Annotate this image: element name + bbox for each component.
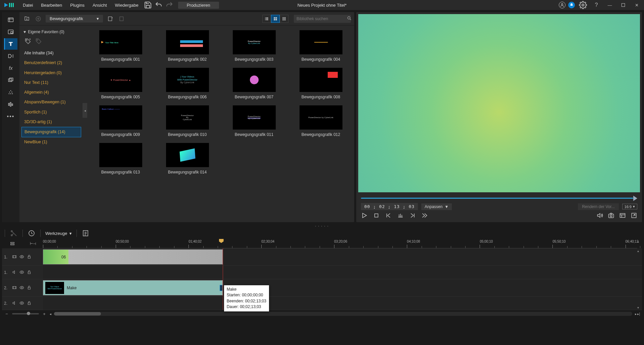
favorites-row[interactable]: ♥ Eigene Favoriten (0) — [21, 28, 81, 36]
tools-dropdown[interactable]: Werkzeuge ▾ — [45, 231, 72, 236]
split-clip-icon[interactable] — [10, 229, 18, 237]
category-item[interactable]: Alle Inhalte (34) — [21, 48, 81, 58]
minimize-icon[interactable]: — — [606, 1, 614, 9]
timeline-hscroll[interactable] — [54, 312, 632, 316]
clip-title-1[interactable]: Your VideosWith PowerDirector Make — [43, 280, 223, 295]
aspect-ratio-dropdown[interactable]: 16:9▾ — [622, 204, 637, 209]
thumbnail-item[interactable]: PowerDirectorBy CyberLinkBewegungsgrafik… — [223, 30, 285, 62]
scroll-right[interactable]: ▸ — [635, 312, 637, 316]
thumbnail-item[interactable]: Bewegungsgrafik 007 — [223, 68, 285, 99]
import-icon[interactable] — [23, 15, 31, 23]
thumbnail-item[interactable]: Bewegungsgrafik 002 — [157, 30, 218, 62]
room-overlay[interactable] — [4, 75, 17, 86]
thumbnail-item[interactable]: PowerDirectorByCyberLinkBewegungsgrafik … — [157, 105, 218, 137]
account-icon[interactable] — [559, 2, 566, 8]
category-item[interactable]: Abspann/Bewegen (1) — [21, 97, 81, 107]
thumbnail-item[interactable]: Bewegungsgrafik 001 — [90, 30, 151, 62]
thumbnail-item[interactable]: PowerDirector by CyberLinkBewegungsgrafi… — [290, 105, 352, 137]
next-frame-button[interactable] — [409, 212, 416, 219]
lock-icon[interactable] — [27, 254, 32, 260]
menu-playback[interactable]: Wiedergabe — [111, 3, 143, 8]
room-title[interactable] — [4, 38, 17, 50]
snapshot-icon[interactable] — [608, 212, 614, 219]
new-template-icon[interactable] — [106, 15, 114, 23]
add-tag-icon[interactable] — [24, 38, 32, 45]
category-item[interactable]: Sportlich (1) — [21, 107, 81, 117]
undock-icon[interactable] — [631, 212, 637, 219]
visibility-icon[interactable] — [19, 285, 25, 291]
remove-tag-icon[interactable] — [35, 38, 42, 45]
room-media[interactable] — [4, 14, 17, 26]
mark-button[interactable] — [397, 212, 404, 219]
scroll-end[interactable]: ▸| — [637, 312, 640, 316]
thumbnail-item[interactable]: Bewegungsgrafik 013 — [90, 143, 151, 175]
thumbnail-item[interactable]: Bewegungsgrafik 014 — [157, 143, 218, 175]
category-item[interactable]: Allgemein (4) — [21, 88, 81, 97]
lock-icon[interactable] — [27, 301, 32, 306]
menu-plugins[interactable]: Plugins — [66, 3, 89, 8]
zoom-fit-dropdown[interactable]: Anpassen▼ — [421, 203, 452, 210]
track-scroll-up[interactable]: ▴ — [637, 249, 641, 253]
notification-icon[interactable] — [568, 2, 575, 8]
lock-icon[interactable] — [27, 270, 32, 275]
room-more[interactable]: ••• — [4, 111, 17, 122]
track-display-icon[interactable] — [9, 240, 16, 247]
render-preview-button[interactable]: Rendern der Vor... — [578, 203, 619, 210]
thumbnail-item[interactable]: Bewegungsgrafik 004 — [290, 30, 352, 62]
thumbnail-item[interactable]: PowerDirectorBy CyberLinkBewegungsgrafik… — [223, 105, 285, 137]
room-audio[interactable] — [4, 99, 17, 110]
visibility-icon[interactable] — [19, 301, 25, 306]
visibility-icon[interactable] — [19, 270, 25, 275]
maximize-icon[interactable] — [619, 1, 627, 9]
undo-icon[interactable] — [155, 1, 163, 9]
redo-icon[interactable] — [165, 1, 173, 9]
edit-template-icon[interactable] — [118, 15, 126, 23]
category-item[interactable]: Bewegungsgrafik (14) — [21, 127, 81, 137]
volume-icon[interactable] — [596, 212, 603, 219]
menu-view[interactable]: Ansicht — [89, 3, 111, 8]
preview-timecode[interactable]: 00 ; 02 ; 13 ; 03 — [361, 203, 418, 210]
close-icon[interactable]: ✕ — [633, 1, 641, 9]
prev-frame-button[interactable] — [385, 212, 392, 219]
play-button[interactable] — [361, 212, 368, 219]
preview-scrubber[interactable] — [361, 196, 637, 201]
category-item[interactable]: Heruntergeladen (0) — [21, 68, 81, 78]
thumbnail-item[interactable]: Basic Callout ────Bewegungsgrafik 009 — [90, 105, 151, 137]
scroll-left[interactable]: ◂ — [50, 312, 51, 316]
thumbnail-item[interactable]: | Your VideosWith PowerDirectorBy CyberL… — [157, 68, 218, 99]
library-search[interactable] — [294, 15, 351, 23]
collapse-categories[interactable]: ◂ — [83, 103, 87, 118]
category-item[interactable]: Benutzerdefiniert (2) — [21, 58, 81, 68]
room-particles[interactable] — [4, 87, 17, 98]
playhead[interactable] — [219, 239, 224, 243]
menu-edit[interactable]: Bearbeiten — [37, 3, 66, 8]
view-list[interactable] — [262, 15, 271, 23]
thumbnail-item[interactable]: Bewegungsgrafik 005 — [90, 68, 151, 99]
search-icon[interactable] — [347, 16, 352, 22]
keyframe-icon[interactable] — [28, 229, 36, 237]
stop-button[interactable] — [373, 212, 380, 219]
preview-viewport[interactable] — [358, 14, 640, 192]
timeline-settings-icon[interactable] — [82, 229, 90, 237]
search-input[interactable] — [297, 16, 347, 21]
menu-file[interactable]: Datei — [19, 3, 37, 8]
room-pip[interactable] — [4, 26, 17, 38]
ruler-expand[interactable]: ▴ — [637, 240, 641, 243]
display-options-icon[interactable] — [619, 212, 626, 219]
fast-forward-button[interactable] — [421, 212, 428, 219]
track-scroll-down[interactable]: ▾ — [637, 306, 641, 309]
panel-resize-handle[interactable]: • • • • • — [0, 224, 644, 228]
category-item[interactable]: NewBlue (1) — [21, 137, 81, 147]
clip-video-1[interactable]: 06 — [43, 249, 223, 264]
lock-icon[interactable] — [27, 285, 32, 291]
category-dropdown[interactable]: Bewegungsgrafik ▾ — [46, 15, 103, 22]
thumbnail-item[interactable]: Bewegungsgrafik 008 — [290, 68, 352, 99]
settings-icon[interactable] — [579, 1, 587, 9]
produce-button[interactable]: Produzieren — [178, 2, 219, 9]
room-transition[interactable] — [4, 50, 17, 62]
zoom-in-button[interactable]: + — [42, 311, 47, 316]
view-grid-small[interactable] — [280, 15, 288, 23]
category-item[interactable]: Nur Text (11) — [21, 78, 81, 88]
room-fx[interactable]: fx — [4, 62, 17, 74]
zoom-out-button[interactable]: − — [4, 311, 9, 316]
